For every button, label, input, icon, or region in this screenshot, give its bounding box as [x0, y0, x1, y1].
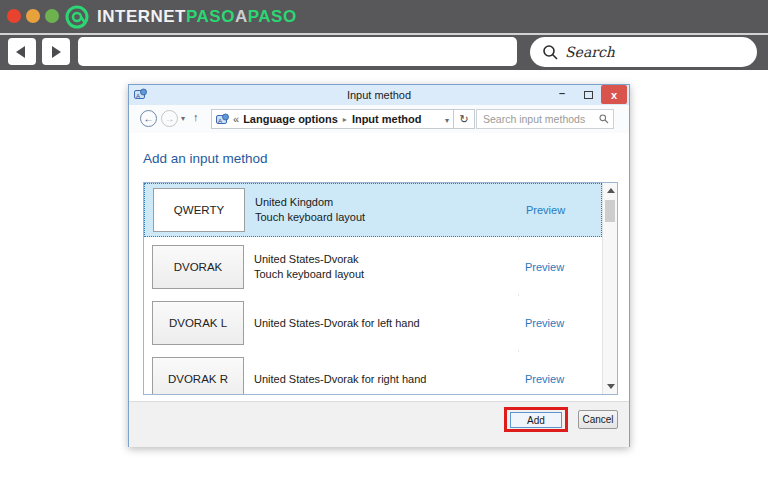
list-item-dvorak-l[interactable]: DVORAK L United States-Dvorak for left h…	[144, 296, 602, 350]
search-icon[interactable]	[599, 114, 609, 124]
vertical-scrollbar[interactable]	[602, 183, 617, 394]
scroll-down-icon[interactable]	[607, 384, 615, 389]
maximize-button[interactable]	[575, 85, 601, 104]
page-title: Add an input method	[143, 151, 268, 166]
logo-text: INTERNETPASOAPASO	[97, 7, 297, 27]
preview-link[interactable]: Preview	[525, 240, 564, 294]
logo-word-paso2: PASO	[248, 7, 297, 27]
list-item-dvorak[interactable]: DVORAK United States-Dvorak Touch keyboa…	[144, 240, 602, 294]
logo-word-paso1: PASO	[186, 7, 235, 27]
nav-forward-button[interactable]: →	[161, 110, 178, 127]
logo-word-a: A	[235, 7, 248, 27]
browser-chrome: INTERNETPASOAPASO Search	[0, 0, 768, 70]
browser-search-label: Search	[565, 44, 615, 60]
layout-title: United Kingdom	[255, 195, 365, 210]
browser-search-box[interactable]: Search	[530, 37, 757, 67]
svg-text:A: A	[218, 117, 222, 123]
maximize-icon	[584, 91, 593, 99]
preview-link[interactable]: Preview	[525, 296, 564, 350]
breadcrumb-item-language-options[interactable]: Language options	[243, 113, 338, 125]
nav-up-button[interactable]: ↑	[193, 111, 199, 123]
cancel-button-label: Cancel	[582, 414, 613, 425]
input-method-list: QWERTY United Kingdom Touch keyboard lay…	[143, 182, 618, 395]
scrollbar-thumb[interactable]	[605, 200, 615, 222]
preview-link-label: Preview	[525, 317, 564, 329]
browser-back-button[interactable]	[8, 38, 36, 65]
breadcrumb-item-input-method[interactable]: Input method	[352, 113, 422, 125]
breadcrumb[interactable]: A « Language options ▸ Input method ▾	[211, 109, 454, 129]
add-button-label: Add	[527, 415, 545, 426]
close-icon: x	[611, 89, 617, 101]
keyboard-thumbnail: QWERTY	[153, 188, 245, 232]
layout-label: QWERTY	[174, 204, 224, 216]
input-method-icon: A	[216, 113, 229, 126]
back-icon: ←	[144, 113, 154, 124]
keyboard-thumbnail: DVORAK	[152, 245, 244, 289]
add-button[interactable]: Add	[510, 412, 562, 428]
forward-arrow-icon	[52, 46, 61, 58]
logo-icon	[64, 4, 90, 30]
list-item-dvorak-r[interactable]: DVORAK R United States-Dvorak for right …	[144, 352, 602, 395]
layout-subtitle: Touch keyboard layout	[255, 210, 365, 225]
site-logo: INTERNETPASOAPASO	[64, 4, 297, 30]
minimize-traffic-light[interactable]	[26, 9, 40, 23]
search-input[interactable]	[476, 109, 614, 129]
layout-title: United States-Dvorak	[254, 252, 364, 267]
chrome-divider	[0, 33, 768, 35]
input-method-window: A Input method – x ← → ▾ ↑ A « Language	[128, 84, 630, 447]
refresh-icon: ↻	[459, 113, 468, 126]
search-icon	[542, 44, 559, 61]
layout-description: United Kingdom Touch keyboard layout	[255, 184, 365, 236]
layout-subtitle: Touch keyboard layout	[254, 267, 364, 282]
preview-link-label: Preview	[525, 261, 564, 273]
scroll-up-icon[interactable]	[607, 188, 615, 193]
layout-title: United States-Dvorak for right hand	[254, 372, 426, 387]
preview-link[interactable]: Preview	[525, 352, 564, 395]
dialog-footer: Add Cancel	[129, 401, 629, 447]
layout-label: DVORAK	[174, 261, 223, 273]
layout-description: United States-Dvorak for left hand	[254, 296, 420, 350]
window-titlebar[interactable]: A Input method – x	[129, 85, 629, 105]
explorer-navigation-bar: ← → ▾ ↑ A « Language options ▸ Input met…	[129, 105, 629, 133]
address-bar[interactable]	[78, 37, 517, 66]
browser-forward-button[interactable]	[42, 38, 70, 65]
close-traffic-light[interactable]	[7, 9, 21, 23]
logo-word-internet: INTERNET	[97, 7, 186, 27]
page: INTERNETPASOAPASO Search A Input method	[0, 0, 768, 480]
layout-title: United States-Dvorak for left hand	[254, 316, 420, 331]
nav-history-dropdown[interactable]: ▾	[181, 114, 185, 123]
minimize-button[interactable]: –	[549, 85, 575, 104]
nav-back-button[interactable]: ←	[140, 110, 157, 127]
forward-icon: →	[165, 113, 175, 124]
breadcrumb-dropdown-icon[interactable]: ▾	[445, 116, 449, 125]
minimize-icon: –	[559, 87, 565, 99]
breadcrumb-overflow-icon[interactable]: «	[233, 113, 239, 125]
preview-link-label: Preview	[526, 204, 565, 216]
keyboard-thumbnail: DVORAK L	[152, 301, 244, 345]
search-input-methods-box	[476, 109, 614, 129]
refresh-button[interactable]: ↻	[454, 109, 475, 129]
back-arrow-icon	[16, 46, 25, 58]
preview-link[interactable]: Preview	[526, 184, 565, 236]
layout-description: United States-Dvorak Touch keyboard layo…	[254, 240, 364, 294]
list-item-qwerty[interactable]: QWERTY United Kingdom Touch keyboard lay…	[144, 183, 602, 237]
close-button[interactable]: x	[601, 85, 627, 104]
layout-label: DVORAK L	[169, 317, 227, 329]
cancel-button[interactable]: Cancel	[578, 410, 618, 429]
layout-label: DVORAK R	[168, 373, 228, 385]
keyboard-thumbnail: DVORAK R	[152, 357, 244, 395]
layout-description: United States-Dvorak for right hand	[254, 352, 426, 395]
zoom-traffic-light[interactable]	[45, 9, 59, 23]
breadcrumb-separator-icon: ▸	[343, 115, 347, 124]
preview-link-label: Preview	[525, 373, 564, 385]
